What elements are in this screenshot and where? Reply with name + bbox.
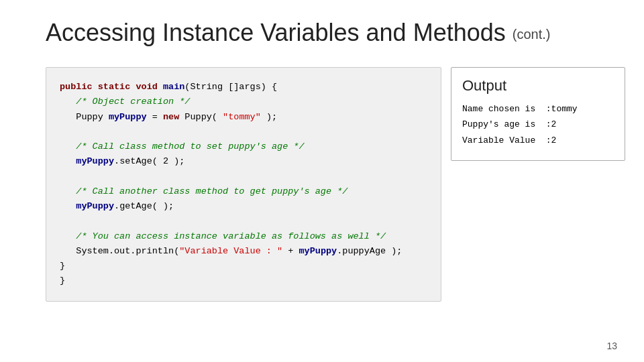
cont-label: (cont.) — [513, 27, 551, 42]
output-panel: Output Name chosen is :tommy Puppy's age… — [451, 67, 625, 161]
title-text: Accessing Instance Variables and Methods — [46, 19, 506, 46]
output-title: Output — [462, 77, 614, 95]
code-block: public static void main(String []args) {… — [60, 80, 427, 289]
page-number: 13 — [606, 341, 617, 351]
code-panel: public static void main(String []args) {… — [46, 67, 441, 302]
output-code: Name chosen is :tommy Puppy's age is :2 … — [462, 101, 614, 148]
slide-title: Accessing Instance Variables and Methods… — [46, 19, 550, 47]
